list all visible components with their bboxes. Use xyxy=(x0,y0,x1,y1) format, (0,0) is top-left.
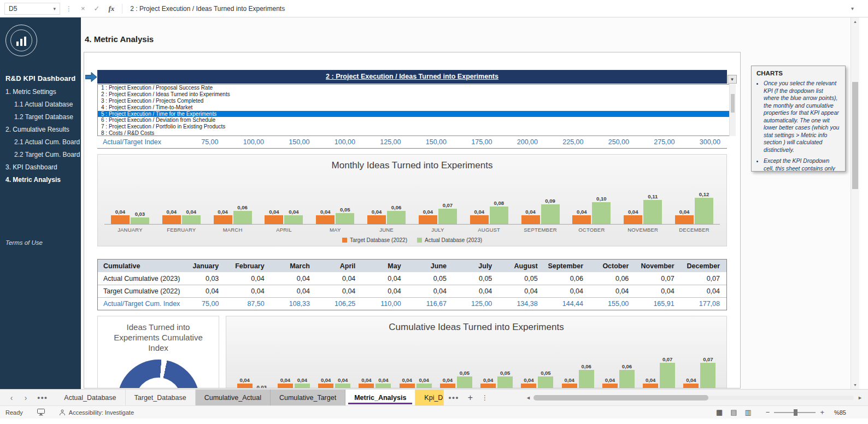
table-value-cell: 0,04 xyxy=(498,287,544,295)
bar-group: 0,040,04 xyxy=(395,377,436,388)
name-box[interactable]: D5 ▾ xyxy=(4,3,60,15)
tabs-more-icon[interactable]: ●●● xyxy=(37,395,48,401)
bar-value-label: 0,04 xyxy=(378,377,389,383)
kpi-option[interactable]: 7 : Project Execution / Portfolio in Exi… xyxy=(98,123,735,130)
kpi-dropdown-button[interactable]: ▼ xyxy=(728,75,737,84)
table-row-label: Actual Cumulative (2023) xyxy=(98,275,180,282)
accessibility-status[interactable]: Accessibility: Investigate xyxy=(59,409,134,416)
legend-label: Actual Database (2023) xyxy=(425,237,482,243)
table-value-cell: 144,44 xyxy=(544,300,590,308)
table-header-cell: January xyxy=(180,262,225,270)
insert-function-icon[interactable]: fx xyxy=(109,4,115,13)
sheet-tab-target_database[interactable]: Target_Database xyxy=(126,390,196,405)
vertical-scrollbar[interactable]: ▲ ▼ xyxy=(851,17,859,389)
scroll-left-icon[interactable]: ◄ xyxy=(526,394,531,401)
bar xyxy=(417,384,432,388)
sidebar-item-2-2-target-cum-board[interactable]: 2.2 Target Cum. Board xyxy=(0,149,81,161)
kpi-option[interactable]: 5 : Project Execution / Time for the Exp… xyxy=(98,111,735,117)
cum-table-header: CumulativeJanuaryFebruaryMarchAprilMayJu… xyxy=(98,260,726,272)
table-header-cell: June xyxy=(408,262,453,270)
bar-value-label: 0,04 xyxy=(361,377,372,383)
expand-formula-bar-icon[interactable]: ▾ xyxy=(851,5,854,11)
sidebar-item-1-1-actual-database[interactable]: 1.1 Actual Database xyxy=(0,98,81,111)
sheet-tab-actual_database[interactable]: Actual_Database xyxy=(55,390,125,405)
bar xyxy=(700,363,715,388)
sidebar-item-3-kpi-dashboard[interactable]: 3. KPI Dashboard xyxy=(0,161,81,174)
horizontal-scrollbar-track[interactable] xyxy=(533,396,854,400)
dropdown-scrollbar[interactable] xyxy=(729,84,736,136)
add-sheet-icon[interactable]: + xyxy=(468,393,473,403)
sheet-tab-metric_analysis[interactable]: Metric_Analysis xyxy=(345,390,415,405)
horizontal-scrollbar-thumb[interactable] xyxy=(533,395,708,401)
page-break-view-icon[interactable]: ▥ xyxy=(744,408,751,416)
kpi-option[interactable]: 2 : Project Execution / Ideas Turned int… xyxy=(98,91,735,98)
bar-value-label: 0,04 xyxy=(628,209,638,215)
vertical-scrollbar-thumb[interactable] xyxy=(852,82,858,189)
table-header-cell: March xyxy=(271,262,316,270)
dropdown-scrollbar-thumb[interactable] xyxy=(731,94,735,113)
bar-group: 0,040,07 xyxy=(639,356,679,388)
bar-group: 0,040,04 xyxy=(156,209,207,224)
confirm-icon[interactable]: ✓ xyxy=(94,4,100,13)
chevron-down-icon[interactable]: ▾ xyxy=(53,6,56,11)
menu-dots-icon[interactable]: ⋮ xyxy=(66,5,72,13)
bar-group: 0,040,05 xyxy=(436,370,476,388)
status-ready: Ready xyxy=(5,409,23,416)
formula-input[interactable]: 2 : Project Execution / Ideas Turned int… xyxy=(130,5,851,13)
kpi-option[interactable]: 4 : Project Execution / Time-to-Market xyxy=(98,104,735,111)
sheet-menu-icon[interactable]: ⋮ xyxy=(482,394,488,402)
bar xyxy=(480,384,496,388)
sidebar-item-1-metric-settings[interactable]: 1. Metric Settings xyxy=(0,86,81,98)
bar-value-label: 0,04 xyxy=(186,209,196,215)
sidebar: R&D KPI Dashboard 1. Metric Settings1.1 … xyxy=(0,17,81,389)
table-value-cell: 0,04 xyxy=(453,287,498,295)
page-layout-view-icon[interactable]: ▤ xyxy=(730,408,737,416)
scroll-right-icon[interactable]: ► xyxy=(858,394,863,401)
bar xyxy=(182,215,201,224)
metric-analysis-panel: 2 : Project Execution / Ideas Turned int… xyxy=(84,52,741,388)
zoom-slider[interactable] xyxy=(774,412,816,413)
sheet-tab-cumulative_actual[interactable]: Cumulative_Actual xyxy=(196,390,271,405)
bar-group: 0,040,05 xyxy=(309,207,361,224)
macro-record-icon[interactable] xyxy=(37,409,45,416)
kpi-option[interactable]: 6 : Project Execution / Deviation from S… xyxy=(98,117,735,123)
normal-view-icon[interactable]: ▦ xyxy=(716,408,723,416)
sidebar-item-1-2-target-database[interactable]: 1.2 Target Database xyxy=(0,111,81,123)
sheet-tab-kpi_dash[interactable]: Kpi_Dash xyxy=(415,390,444,405)
kpi-option[interactable]: 3 : Project Execution / Projects Complet… xyxy=(98,98,735,104)
zoom-out-icon[interactable]: − xyxy=(766,408,770,416)
divider xyxy=(122,4,122,14)
horizontal-scrollbar[interactable]: ◄ ► xyxy=(526,394,863,401)
zoom-in-icon[interactable]: + xyxy=(820,408,824,416)
kpi-option[interactable]: 1 : Project Execution / Proposal Success… xyxy=(98,85,735,91)
monthly-plot: 0,040,030,040,040,040,060,040,040,040,05… xyxy=(104,179,720,225)
table-value-cell: 116,67 xyxy=(408,300,453,308)
bar-group: 0,040,06 xyxy=(558,363,598,388)
scroll-up-icon[interactable]: ▲ xyxy=(851,20,859,23)
bar xyxy=(643,200,662,224)
bar-value-label: 0,06 xyxy=(622,363,632,369)
zoom-level[interactable]: %85 xyxy=(834,409,846,416)
table-header-cell: September xyxy=(544,262,590,270)
company-logo xyxy=(5,25,37,56)
bar-group: 0,040,07 xyxy=(679,356,720,388)
cancel-icon[interactable]: × xyxy=(81,4,85,13)
terms-of-use-link[interactable]: Terms of Use xyxy=(5,239,43,246)
sheet-tab-cumulative_target[interactable]: Cumulative_Target xyxy=(271,390,345,405)
sidebar-item-2-cumulative-results[interactable]: 2. Cumulative Results xyxy=(0,123,81,136)
kpi-dropdown-cell[interactable]: 2 : Project Execution / Ideas Turned int… xyxy=(97,70,727,84)
kpi-option[interactable]: 8 : Costs / R&D Costs xyxy=(98,130,735,136)
bar-value-label: 0,05 xyxy=(460,370,470,376)
charts-note-bullet: Except the KPI Dropdown cell, this sheet… xyxy=(764,157,840,172)
bar xyxy=(237,384,253,388)
index-value-cell: 150,00 xyxy=(408,138,454,146)
zoom-slider-thumb[interactable] xyxy=(794,409,797,416)
bar xyxy=(131,217,149,224)
tabs-overflow-icon[interactable]: ●●● xyxy=(448,395,459,401)
tabs-prev-icon[interactable]: ‹ xyxy=(4,393,19,402)
tabs-next-icon[interactable]: › xyxy=(19,393,33,402)
sidebar-item-2-1-actual-cum-board[interactable]: 2.1 Actual Cum. Board xyxy=(0,136,81,149)
sidebar-item-4-metric-analysis[interactable]: 4. Metric Analysis xyxy=(0,174,81,186)
bar xyxy=(602,384,618,388)
scroll-down-icon[interactable]: ▼ xyxy=(851,383,859,387)
